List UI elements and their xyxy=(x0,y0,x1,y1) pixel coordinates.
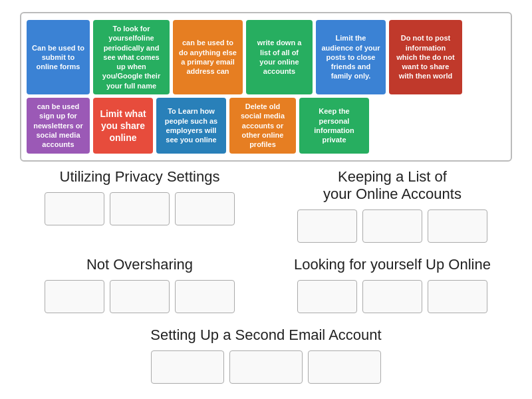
drag-card-card11[interactable]: Keep the personal information private xyxy=(299,98,369,153)
drop-slots-2 xyxy=(297,209,487,243)
drag-card-card9[interactable]: To Learn how people such as employers wi… xyxy=(156,98,226,153)
category-keeping-list: Keeping a List ofyour Online Accounts xyxy=(271,168,514,243)
drop-slot[interactable] xyxy=(362,209,422,243)
drag-area[interactable]: Can be used to submit to online formsTo … xyxy=(20,12,512,162)
drag-card-card3[interactable]: can be used to do anything else a primar… xyxy=(173,20,243,94)
drag-card-card8[interactable]: Limit what you share online xyxy=(93,98,153,153)
drag-card-card7[interactable]: can be used sign up for newsletters or s… xyxy=(27,98,90,153)
drop-slot[interactable] xyxy=(428,209,487,243)
drop-slot[interactable] xyxy=(45,280,104,313)
category-looking-online: Looking for yourself Up Online xyxy=(271,256,514,313)
categories-row-3: Setting Up a Second Email Account xyxy=(13,327,519,384)
drop-slots-5 xyxy=(151,350,381,384)
drop-slot[interactable] xyxy=(229,350,303,384)
drop-slots-4 xyxy=(297,280,487,313)
drop-slot[interactable] xyxy=(151,350,224,384)
drop-slot[interactable] xyxy=(297,280,357,313)
drag-card-card2[interactable]: To look for yourselfoline periodically a… xyxy=(93,20,170,94)
category-second-email: Setting Up a Second Email Account xyxy=(13,327,519,384)
categories-row-2: Not Oversharing Looking for yourself Up … xyxy=(13,256,519,313)
drag-card-card10[interactable]: Delete old social media accounts or othe… xyxy=(229,98,296,153)
drop-slot[interactable] xyxy=(175,192,235,225)
drop-slot[interactable] xyxy=(308,350,381,384)
drag-card-card4[interactable]: write down a list of all of your online … xyxy=(246,20,313,94)
category-not-oversharing: Not Oversharing xyxy=(19,256,261,313)
drop-slot[interactable] xyxy=(110,280,170,313)
category-title-1: Utilizing Privacy Settings xyxy=(60,168,220,186)
drop-slot[interactable] xyxy=(45,192,104,225)
drop-slot[interactable] xyxy=(297,209,357,243)
drop-slots-3 xyxy=(45,280,235,313)
drag-card-card1[interactable]: Can be used to submit to online forms xyxy=(27,20,90,94)
category-title-5: Setting Up a Second Email Account xyxy=(150,327,381,344)
drop-slots-1 xyxy=(45,192,235,225)
drag-card-card5[interactable]: Limit the audience of your posts to clos… xyxy=(316,20,386,94)
drop-slot[interactable] xyxy=(362,280,422,313)
category-title-3: Not Oversharing xyxy=(86,256,193,273)
drag-card-card6[interactable]: Do not to post information which the do … xyxy=(389,20,462,94)
category-utilizing-privacy: Utilizing Privacy Settings xyxy=(19,168,261,243)
category-title-4: Looking for yourself Up Online xyxy=(294,256,491,273)
categories-row-1: Utilizing Privacy Settings Keeping a Lis… xyxy=(13,168,519,243)
categories-wrapper: Utilizing Privacy Settings Keeping a Lis… xyxy=(13,168,519,384)
drop-slot[interactable] xyxy=(428,280,487,313)
drop-slot[interactable] xyxy=(175,280,235,313)
drop-slot[interactable] xyxy=(110,192,170,225)
category-title-2: Keeping a List ofyour Online Accounts xyxy=(323,168,462,203)
